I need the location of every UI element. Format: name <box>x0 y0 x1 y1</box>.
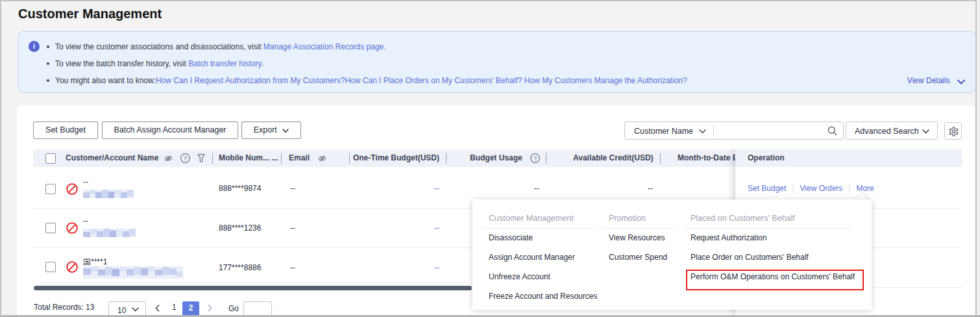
svg-text:?: ? <box>184 155 187 162</box>
svg-text:?: ? <box>533 155 537 162</box>
